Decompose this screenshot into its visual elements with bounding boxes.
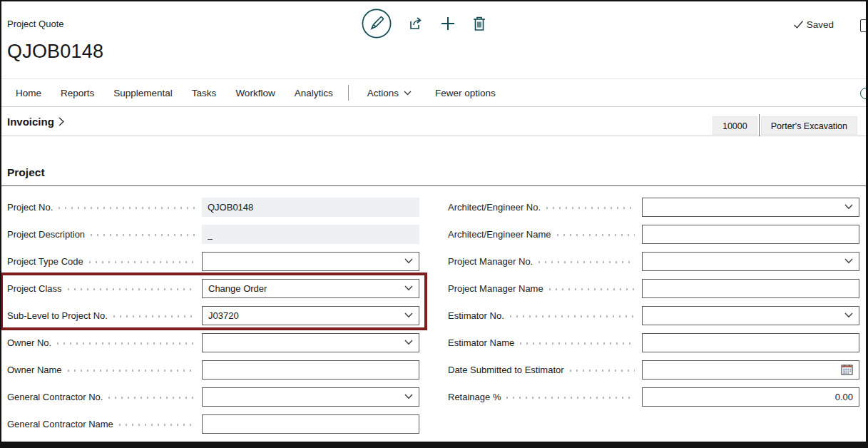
owner-no-field[interactable] xyxy=(202,333,419,352)
share-button[interactable] xyxy=(408,16,424,31)
edit-pencil-button[interactable] xyxy=(362,9,392,39)
toolbar xyxy=(362,9,486,39)
actions-menu-button[interactable]: Actions xyxy=(367,88,412,98)
project-section-header: Project xyxy=(1,166,866,186)
field-row: General Contractor Name xyxy=(7,410,419,437)
record-badges: 10000 Porter's Excavation xyxy=(713,114,857,136)
subnav-row: Invoicing 10000 Porter's Excavation xyxy=(1,108,866,136)
edit-pencil-icon xyxy=(362,9,392,39)
project-class-field[interactable]: Change Order xyxy=(202,279,419,298)
chevron-down-icon[interactable] xyxy=(844,204,853,210)
field-label: Project Description xyxy=(7,229,85,240)
estimator-no-field[interactable] xyxy=(642,306,859,325)
clipped-window-icon[interactable] xyxy=(860,19,868,32)
field-row: Owner No. xyxy=(7,329,419,356)
saved-status: Saved xyxy=(793,19,834,30)
record-name-badge[interactable]: Porter's Excavation xyxy=(761,116,857,135)
field-row: Architect/Engineer No. xyxy=(448,193,859,220)
dotted-leader xyxy=(68,288,195,290)
menu-tab-tasks[interactable]: Tasks xyxy=(192,88,217,98)
chevron-down-icon[interactable] xyxy=(404,340,413,345)
plus-new-icon xyxy=(440,16,456,31)
field-label: Project No. xyxy=(7,202,53,213)
architect-engineer-name-field[interactable] xyxy=(642,225,859,244)
menu-tab-workflow[interactable]: Workflow xyxy=(235,88,275,98)
clipped-search-icon[interactable] xyxy=(860,88,868,99)
field-label: Architect/Engineer No. xyxy=(448,202,541,213)
check-icon xyxy=(793,20,804,29)
field-label: General Contractor Name xyxy=(7,419,113,429)
calendar-icon[interactable] xyxy=(841,364,853,375)
invoicing-section-link[interactable]: Invoicing xyxy=(7,116,64,128)
field-label: General Contractor No. xyxy=(7,392,103,402)
action-menu-bar: Home Reports Supplemental Tasks Workflow… xyxy=(1,78,866,107)
menu-tab-analytics[interactable]: Analytics xyxy=(295,88,333,98)
trash-delete-icon xyxy=(472,16,486,31)
general-contractor-no-field[interactable] xyxy=(202,387,419,407)
field-row: Project Class Change Order xyxy=(7,275,419,302)
chevron-down-icon[interactable] xyxy=(404,258,413,264)
project-form: Project No. QJOB0148 Project Description… xyxy=(7,193,859,437)
field-label: Estimator Name xyxy=(448,337,514,348)
field-label: Project Manager No. xyxy=(448,256,533,267)
field-label: Date Submitted to Estimator xyxy=(448,365,564,375)
field-label: Owner No. xyxy=(7,337,51,348)
retainage-field[interactable]: 0.00 xyxy=(642,387,859,407)
chevron-down-icon[interactable] xyxy=(844,258,853,264)
dotted-leader xyxy=(119,424,195,426)
chevron-down-icon[interactable] xyxy=(404,394,413,399)
field-row: Project Manager Name xyxy=(448,275,859,302)
field-value: QJOB0148 xyxy=(208,202,253,213)
dotted-leader xyxy=(538,261,635,263)
dotted-leader xyxy=(108,397,195,399)
dotted-leader xyxy=(58,207,195,209)
field-row: Project Type Code xyxy=(7,248,419,275)
dotted-leader xyxy=(510,315,635,317)
page-caption: Project Quote xyxy=(7,19,64,29)
dotted-leader xyxy=(68,370,195,372)
menu-tab-home[interactable]: Home xyxy=(16,88,41,98)
field-value: _ xyxy=(208,229,213,240)
project-description-field: _ xyxy=(202,225,419,244)
field-row: Estimator Name xyxy=(448,329,859,356)
owner-name-field[interactable] xyxy=(202,360,419,380)
project-manager-name-field[interactable] xyxy=(642,279,859,298)
menu-tab-supplemental[interactable]: Supplemental xyxy=(113,88,173,98)
actions-label: Actions xyxy=(367,88,399,98)
delete-button[interactable] xyxy=(472,16,486,31)
chevron-down-icon[interactable] xyxy=(844,312,853,318)
field-label: Project Type Code xyxy=(7,256,83,267)
project-type-code-field[interactable] xyxy=(202,252,419,271)
general-contractor-name-field[interactable] xyxy=(202,414,419,434)
dotted-leader xyxy=(549,288,635,290)
field-row: Project Manager No. xyxy=(448,248,859,275)
estimator-name-field[interactable] xyxy=(642,333,859,352)
chevron-down-icon[interactable] xyxy=(404,285,413,291)
field-label: Retainage % xyxy=(448,392,501,402)
field-row: Retainage % 0.00 xyxy=(448,383,859,410)
field-value: J03720 xyxy=(208,310,239,321)
fewer-options-button[interactable]: Fewer options xyxy=(435,88,496,98)
project-manager-no-field[interactable] xyxy=(642,252,859,271)
dotted-leader xyxy=(91,234,195,236)
field-label: Owner Name xyxy=(7,365,62,375)
field-row: Architect/Engineer Name xyxy=(448,220,859,248)
dotted-leader xyxy=(520,342,635,345)
dotted-leader xyxy=(89,261,195,263)
field-row: Owner Name xyxy=(7,356,419,383)
field-value: Change Order xyxy=(208,283,267,294)
architect-engineer-no-field[interactable] xyxy=(642,198,859,217)
field-label: Sub-Level to Project No. xyxy=(7,310,108,321)
field-row: General Contractor No. xyxy=(7,383,419,410)
section-title: Project xyxy=(7,166,866,179)
date-submitted-to-estimator-field[interactable] xyxy=(642,360,859,380)
dotted-leader xyxy=(557,234,635,236)
new-button[interactable] xyxy=(440,16,456,31)
record-no-badge[interactable]: 10000 xyxy=(713,116,757,135)
menu-tab-reports[interactable]: Reports xyxy=(61,88,94,98)
chevron-down-icon[interactable] xyxy=(404,312,413,318)
field-row: Date Submitted to Estimator xyxy=(448,356,859,383)
chevron-right-icon xyxy=(58,117,64,126)
field-label: Architect/Engineer Name xyxy=(448,229,551,240)
sub-level-to-project-no-field[interactable]: J03720 xyxy=(202,306,419,325)
